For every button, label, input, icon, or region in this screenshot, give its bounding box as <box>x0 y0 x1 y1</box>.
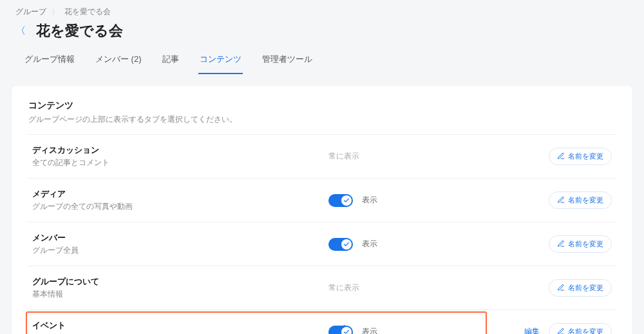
row-name: イベント <box>32 320 328 331</box>
status-show: 表示 <box>362 239 377 250</box>
content-row: ディスカッション全ての記事とコメント常に表示名前を変更 <box>28 134 616 178</box>
rename-label: 名前を変更 <box>568 195 603 205</box>
status-show: 表示 <box>362 326 377 334</box>
back-chevron-icon[interactable]: 〈 <box>13 23 28 39</box>
section-subtitle: グループページの上部に表示するタブを選択してください。 <box>28 114 616 125</box>
visibility-toggle[interactable] <box>328 238 353 251</box>
status-always: 常に表示 <box>328 282 359 293</box>
rename-label: 名前を変更 <box>568 283 603 293</box>
status-always: 常に表示 <box>328 151 359 162</box>
check-icon <box>341 327 352 335</box>
row-desc: 基本情報 <box>32 289 328 300</box>
rename-label: 名前を変更 <box>568 239 603 249</box>
tab-0[interactable]: グループ情報 <box>23 48 76 74</box>
content-row: グループについて基本情報常に表示名前を変更 <box>28 266 616 309</box>
pencil-icon <box>557 284 565 293</box>
tab-4[interactable]: 管理者ツール <box>261 48 314 74</box>
content-row: メンバーグループ全員表示名前を変更 <box>28 222 616 266</box>
row-desc: グループの全ての写真や動画 <box>32 201 328 212</box>
rename-button[interactable]: 名前を変更 <box>549 323 612 334</box>
pencil-icon <box>557 152 565 161</box>
tab-3[interactable]: コンテンツ <box>198 48 243 74</box>
rename-label: 名前を変更 <box>568 152 603 161</box>
row-name: グループについて <box>32 276 328 288</box>
rename-label: 名前を変更 <box>568 327 603 334</box>
page-title: 花を愛でる会 <box>36 21 123 41</box>
tab-2[interactable]: 記事 <box>161 48 180 74</box>
rename-button[interactable]: 名前を変更 <box>549 148 612 165</box>
breadcrumb-root[interactable]: グループ <box>15 6 46 17</box>
visibility-toggle[interactable] <box>328 326 353 335</box>
section-title: コンテンツ <box>28 100 616 112</box>
row-desc: 全ての記事とコメント <box>32 157 328 168</box>
row-desc: グループ全員 <box>32 245 328 256</box>
pencil-icon <box>557 240 565 249</box>
row-name: メンバー <box>32 232 328 244</box>
visibility-toggle[interactable] <box>328 194 353 207</box>
rename-button[interactable]: 名前を変更 <box>549 279 612 297</box>
breadcrumb: グループ 〉 花を愛でる会 <box>0 0 644 17</box>
check-icon <box>341 239 352 250</box>
row-name: メディア <box>32 188 328 200</box>
chevron-right-icon: 〉 <box>52 6 59 17</box>
edit-button[interactable]: 編集 <box>522 326 542 334</box>
content-row: イベントこのグループのイベント一覧表示編集名前を変更 <box>28 309 616 334</box>
pencil-icon <box>557 328 565 335</box>
content-card: コンテンツ グループページの上部に表示するタブを選択してください。 ディスカッシ… <box>12 86 632 334</box>
content-row: メディアグループの全ての写真や動画表示名前を変更 <box>28 178 616 222</box>
status-show: 表示 <box>362 195 377 206</box>
tab-1[interactable]: メンバー (2) <box>94 48 143 74</box>
rename-button[interactable]: 名前を変更 <box>549 192 612 209</box>
row-name: ディスカッション <box>32 144 328 156</box>
breadcrumb-current: 花を愛でる会 <box>64 6 111 17</box>
check-icon <box>341 195 352 206</box>
pencil-icon <box>557 196 565 205</box>
tabs: グループ情報メンバー (2)記事コンテンツ管理者ツール <box>0 48 644 74</box>
rename-button[interactable]: 名前を変更 <box>549 235 612 253</box>
